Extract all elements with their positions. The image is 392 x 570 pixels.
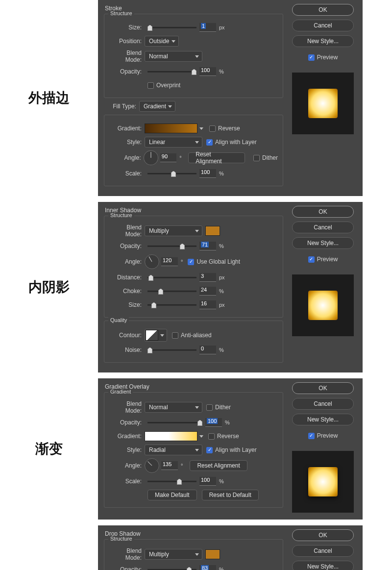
scale-slider[interactable] [147,481,196,482]
opacity-input[interactable]: 100 [205,418,222,427]
opacity-slider[interactable] [147,246,196,247]
preview-checkbox[interactable] [308,54,315,61]
blendmode-label: Blend Mode: [109,224,145,238]
reset-alignment-button[interactable]: Reset Alignment [188,152,245,163]
position-dropdown[interactable]: Outside [145,36,179,47]
cancel-button[interactable]: Cancel [292,398,354,410]
structure-legend: Structure [108,10,134,16]
cancel-button[interactable]: Cancel [292,545,354,557]
ok-button[interactable]: OK [292,382,354,394]
opacity-slider[interactable] [147,422,202,423]
gradient-cn-label: 渐变 [0,378,98,520]
size-label: Size: [109,24,145,31]
gradient-picker[interactable] [145,124,203,133]
angle-input[interactable]: 135 [161,461,178,470]
scale-slider[interactable] [147,173,196,174]
chevron-down-icon [160,334,164,337]
opacity-label: Opacity: [109,566,145,570]
preview-checkbox[interactable] [308,433,315,439]
choke-slider[interactable] [147,291,196,292]
chevron-down-icon [199,127,203,130]
angle-input[interactable]: 90 [160,153,176,162]
color-swatch[interactable] [205,549,220,559]
scale-label: Scale: [109,170,145,177]
chevron-down-icon [195,449,199,451]
reverse-checkbox[interactable] [208,433,215,440]
drop-shadow-block: 阴影 Drop Shadow Structure Blend Mode: Mul… [0,525,392,570]
size-input[interactable]: 1 [199,23,216,32]
angle-dial[interactable] [145,254,159,269]
chevron-down-icon [195,141,199,144]
overprint-label: Overprint [156,82,180,89]
dither-checkbox[interactable] [253,155,260,161]
antialiased-checkbox[interactable] [172,332,178,339]
gradient-label: Gradient: [109,433,145,440]
cancel-button[interactable]: Cancel [292,222,354,233]
preview-checkbox[interactable] [308,256,315,263]
newstyle-button[interactable]: New Style... [292,237,354,249]
size-slider[interactable] [147,27,196,28]
reverse-checkbox[interactable] [209,125,216,132]
shadow-cn-label: 阴影 [0,525,98,570]
blendmode-dropdown[interactable]: Multiply [145,549,202,560]
size-input[interactable]: 16 [199,300,216,309]
make-default-button[interactable]: Make Default [147,490,197,500]
drop-shadow-panel: Drop Shadow Structure Blend Mode: Multip… [98,525,363,570]
preview-thumbnail [292,274,354,336]
chevron-down-icon [195,406,199,409]
alignlayer-checkbox[interactable] [206,447,213,453]
blendmode-dropdown[interactable]: Normal [145,402,202,413]
size-slider[interactable] [147,304,196,306]
scale-input[interactable]: 100 [199,169,216,178]
gradient-picker[interactable] [145,431,203,441]
filltype-dropdown[interactable]: Gradient [139,101,175,112]
noise-slider[interactable] [147,349,196,351]
gradstyle-dropdown[interactable]: Linear [145,137,202,148]
gradstyle-dropdown[interactable]: Radial [145,445,202,455]
globallight-checkbox[interactable] [188,259,194,265]
ok-button[interactable]: OK [292,4,354,16]
alignlayer-checkbox[interactable] [206,139,213,146]
style-label: Style: [109,139,145,146]
newstyle-button[interactable]: New Style... [292,561,354,570]
reset-default-button[interactable]: Reset to Default [202,490,259,500]
preview-thumbnail [292,73,354,134]
angle-dial[interactable] [145,458,159,473]
overprint-checkbox[interactable] [147,82,154,89]
ok-button[interactable]: OK [292,529,354,541]
blendmode-label: Blend Mode: [109,547,145,561]
opacity-slider[interactable] [147,71,196,73]
contour-swatch [146,330,158,341]
ok-button[interactable]: OK [292,206,354,218]
reset-alignment-button[interactable]: Reset Alignment [190,460,247,471]
opacity-input[interactable]: 71 [199,242,216,250]
style-label: Style: [109,446,145,453]
noise-input[interactable]: 0 [199,346,216,354]
opacity-input[interactable]: 100 [199,67,216,76]
choke-label: Choke: [109,288,145,295]
preview-label: Preview [317,432,338,439]
reverse-label: Reverse [217,433,239,440]
newstyle-button[interactable]: New Style... [292,414,354,425]
cancel-button[interactable]: Cancel [292,20,354,31]
distance-input[interactable]: 3 [199,273,216,282]
dither-checkbox[interactable] [206,404,213,411]
blendmode-dropdown[interactable]: Normal [145,51,202,62]
choke-input[interactable]: 24 [199,287,216,296]
gradient-overlay-block: 渐变 Gradient Overlay Gradient Blend Mode:… [0,378,392,520]
newstyle-button[interactable]: New Style... [292,35,354,47]
size-label: Size: [109,301,145,308]
opacity-label: Opacity: [109,243,145,249]
angle-input[interactable]: 120 [161,257,178,266]
blendmode-dropdown[interactable]: Multiply [145,225,202,236]
quality-legend: Quality [108,317,129,323]
distance-slider[interactable] [147,277,196,278]
chevron-down-icon [172,40,175,43]
angle-label: Angle: [109,258,145,265]
contour-picker[interactable] [145,329,167,342]
color-swatch[interactable] [205,226,220,236]
opacity-input[interactable]: 83 [199,565,216,570]
scale-input[interactable]: 100 [199,477,216,486]
angle-dial[interactable] [144,150,158,165]
distance-label: Distance: [109,274,145,281]
